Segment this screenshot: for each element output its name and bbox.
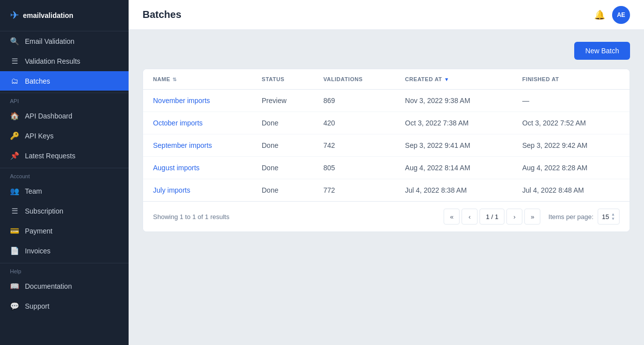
batches-icon: 🗂 xyxy=(10,77,19,85)
cell-status: Done xyxy=(252,112,314,134)
cell-name: July imports xyxy=(143,179,252,202)
sidebar-item-batches[interactable]: 🗂 Batches xyxy=(0,71,129,91)
cell-created-at: Aug 4, 2022 8:14 AM xyxy=(395,157,512,179)
created-at-sort-icon[interactable]: CREATED AT ▼ xyxy=(405,76,450,82)
cell-validations: 742 xyxy=(314,134,395,157)
table-row: July imports Done 772 Jul 4, 2022 8:38 A… xyxy=(143,179,630,202)
api-section-label: API xyxy=(0,93,129,106)
name-sort-icon[interactable]: NAME ⇅ xyxy=(153,76,176,82)
batch-name-link[interactable]: August imports xyxy=(153,164,199,172)
sidebar-item-label: Invoices xyxy=(25,247,50,255)
sidebar-item-label: Validation Results xyxy=(25,57,80,65)
team-icon: 👥 xyxy=(10,187,19,196)
main-area: Batches 🔔 AE New Batch NAME ⇅ xyxy=(129,0,644,345)
column-validations: VALIDATIONS xyxy=(314,69,395,90)
sidebar-item-validation-results[interactable]: ☰ Validation Results xyxy=(0,51,129,71)
per-page-value: 15 xyxy=(602,213,609,221)
topbar-right: 🔔 AE xyxy=(594,6,630,24)
cell-validations: 869 xyxy=(314,90,395,112)
cell-status: Done xyxy=(252,179,314,202)
invoices-icon: 📄 xyxy=(10,246,19,255)
items-per-page-label: Items per page: xyxy=(548,213,593,221)
cell-validations: 772 xyxy=(314,179,395,202)
sidebar-item-label: API Dashboard xyxy=(25,112,72,120)
cell-name: November imports xyxy=(143,90,252,112)
sidebar-item-latest-requests[interactable]: 📌 Latest Requests xyxy=(0,146,129,166)
column-finished-at: FINISHED AT xyxy=(512,69,630,90)
sidebar-item-support[interactable]: 💬 Support xyxy=(0,296,129,316)
sidebar-item-subscription[interactable]: ☰ Subscription xyxy=(0,201,129,221)
batches-table: NAME ⇅ STATUS VALIDATIONS CREATED AT ▼ xyxy=(143,69,630,201)
sidebar-item-label: Latest Requests xyxy=(25,152,75,160)
support-icon: 💬 xyxy=(10,302,19,311)
prev-page-button[interactable]: ‹ xyxy=(462,209,478,225)
table-header: NAME ⇅ STATUS VALIDATIONS CREATED AT ▼ xyxy=(143,69,630,90)
avatar[interactable]: AE xyxy=(612,6,630,24)
sidebar-item-label: Support xyxy=(25,302,49,310)
pin-icon: 📌 xyxy=(10,151,19,160)
sidebar-item-label: Team xyxy=(25,187,42,195)
column-name: NAME ⇅ xyxy=(143,69,252,90)
sidebar-item-label: Documentation xyxy=(25,282,72,290)
batch-name-link[interactable]: September imports xyxy=(153,141,212,149)
sidebar: ✈ emailvalidation 🔍 Email Validation ☰ V… xyxy=(0,0,129,345)
sidebar-item-documentation[interactable]: 📖 Documentation xyxy=(0,276,129,296)
name-sort-arrow: ⇅ xyxy=(172,77,177,82)
cell-created-at: Nov 3, 2022 9:38 AM xyxy=(395,90,512,112)
column-created-at: CREATED AT ▼ xyxy=(395,69,512,90)
new-batch-button[interactable]: New Batch xyxy=(574,42,630,60)
cell-finished-at: Jul 4, 2022 8:48 AM xyxy=(512,179,630,202)
sidebar-item-api-dashboard[interactable]: 🏠 API Dashboard xyxy=(0,106,129,126)
cell-name: September imports xyxy=(143,134,252,157)
list-icon: ☰ xyxy=(10,57,19,66)
subscription-icon: ☰ xyxy=(10,207,19,216)
batch-name-link[interactable]: November imports xyxy=(153,97,210,105)
sidebar-item-api-keys[interactable]: 🔑 API Keys xyxy=(0,126,129,146)
sidebar-item-label: Email Validation xyxy=(25,37,74,45)
batches-table-card: NAME ⇅ STATUS VALIDATIONS CREATED AT ▼ xyxy=(143,69,630,232)
sidebar-item-label: Batches xyxy=(25,77,50,85)
cell-finished-at: Sep 3, 2022 9:42 AM xyxy=(512,134,630,157)
first-page-button[interactable]: « xyxy=(444,209,460,225)
docs-icon: 📖 xyxy=(10,282,19,291)
notification-bell-icon[interactable]: 🔔 xyxy=(594,9,605,20)
key-icon: 🔑 xyxy=(10,131,19,140)
sidebar-item-invoices[interactable]: 📄 Invoices xyxy=(0,241,129,261)
batch-name-link[interactable]: July imports xyxy=(153,186,190,194)
batch-name-link[interactable]: October imports xyxy=(153,119,203,127)
content-actions: New Batch xyxy=(143,42,630,60)
content-area: New Batch NAME ⇅ STATUS VALIDATIONS xyxy=(129,30,644,345)
sidebar-item-email-validation[interactable]: 🔍 Email Validation xyxy=(0,31,129,51)
per-page-select[interactable]: 15 ▲ ▼ xyxy=(598,209,620,225)
sidebar-item-payment[interactable]: 💳 Payment xyxy=(0,221,129,241)
sidebar-logo: ✈ emailvalidation xyxy=(0,0,129,31)
logo-icon: ✈ xyxy=(10,9,19,22)
pagination-controls: « ‹ 1 / 1 › » xyxy=(444,209,540,225)
cell-finished-at: Oct 3, 2022 7:52 AM xyxy=(512,112,630,134)
cell-status: Done xyxy=(252,157,314,179)
cell-created-at: Sep 3, 2022 9:41 AM xyxy=(395,134,512,157)
logo-text: emailvalidation xyxy=(23,11,73,19)
sidebar-item-label: Payment xyxy=(25,227,52,235)
cell-finished-at: Aug 4, 2022 8:28 AM xyxy=(512,157,630,179)
last-page-button[interactable]: » xyxy=(524,209,540,225)
page-indicator: 1 / 1 xyxy=(480,209,504,225)
table-row: November imports Preview 869 Nov 3, 2022… xyxy=(143,90,630,112)
sidebar-item-label: Subscription xyxy=(25,207,63,215)
table-body: November imports Preview 869 Nov 3, 2022… xyxy=(143,90,630,202)
chevron-updown-icon: ▲ ▼ xyxy=(611,213,615,221)
next-page-button[interactable]: › xyxy=(506,209,522,225)
home-icon: 🏠 xyxy=(10,112,19,120)
page-title: Batches xyxy=(143,9,181,20)
column-status: STATUS xyxy=(252,69,314,90)
sidebar-item-team[interactable]: 👥 Team xyxy=(0,181,129,201)
cell-status: Done xyxy=(252,134,314,157)
help-section-label: Help xyxy=(0,263,129,276)
cell-created-at: Oct 3, 2022 7:38 AM xyxy=(395,112,512,134)
cell-validations: 805 xyxy=(314,157,395,179)
account-section-label: Account xyxy=(0,168,129,181)
table-row: August imports Done 805 Aug 4, 2022 8:14… xyxy=(143,157,630,179)
table-row: October imports Done 420 Oct 3, 2022 7:3… xyxy=(143,112,630,134)
pagination-info: Showing 1 to 1 of 1 results xyxy=(153,213,229,221)
payment-icon: 💳 xyxy=(10,227,19,235)
